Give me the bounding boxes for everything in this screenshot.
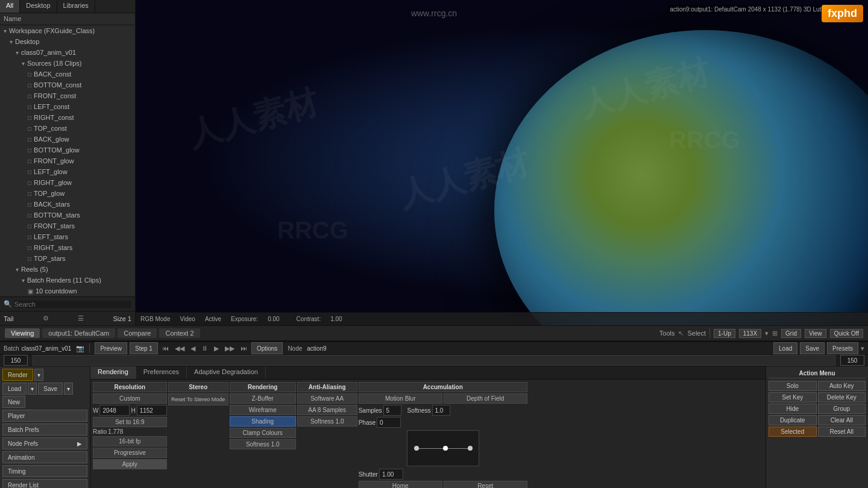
tree-item[interactable]: □TOP_stars — [0, 253, 135, 264]
tab-output[interactable]: output1: DefaultCam — [42, 328, 115, 338]
tree-item[interactable]: □LEFT_glow — [0, 166, 135, 177]
tab-desktop[interactable]: Desktop — [20, 0, 57, 13]
set-key-btn[interactable]: Set Key — [769, 392, 817, 402]
clear-all-btn[interactable]: Clear All — [818, 415, 866, 425]
tab-all[interactable]: All — [0, 0, 20, 13]
grid-label[interactable]: Grid — [781, 329, 801, 338]
render-dropdown-icon[interactable]: ▾ — [34, 369, 43, 381]
tree-item[interactable]: □BACK_const — [0, 69, 135, 80]
presets-btn[interactable]: Presets — [827, 342, 858, 354]
tree-item[interactable]: □LEFT_stars — [0, 231, 135, 242]
save-btn[interactable]: Save — [800, 342, 825, 354]
hide-btn[interactable]: Hide — [769, 404, 817, 414]
render-btn[interactable]: Render — [2, 369, 33, 381]
load-dropdown-icon[interactable]: ▾ — [28, 383, 37, 395]
bitdepth-btn[interactable]: 16-bit fp — [93, 436, 167, 446]
width-input[interactable] — [99, 405, 130, 416]
preview-btn[interactable]: Preview — [95, 342, 127, 354]
quickoff-label[interactable]: Quick Off — [830, 329, 864, 338]
tree-item[interactable]: □RIGHT_const — [0, 112, 135, 123]
tree-item[interactable]: □FRONT_const — [0, 90, 135, 101]
tab-preferences[interactable]: Preferences — [136, 366, 187, 379]
play-btn[interactable]: ⏸ — [200, 345, 210, 352]
group-btn[interactable]: Group — [818, 404, 866, 414]
softness-aa-btn[interactable]: Softness 1.0 — [297, 416, 357, 427]
softness-accum-input[interactable] — [432, 405, 450, 416]
search-input[interactable] — [14, 301, 131, 308]
motion-blur-btn[interactable]: Motion Blur — [359, 393, 442, 404]
tree-item[interactable]: □BOTTOM_stars — [0, 210, 135, 221]
depth-of-field-btn[interactable]: Depth of Field — [444, 393, 527, 404]
tree-item[interactable]: ▾class07_anim_v01 — [0, 47, 135, 58]
auto-key-btn[interactable]: Auto Key — [818, 381, 866, 391]
tree-item[interactable]: □FRONT_glow — [0, 155, 135, 166]
batch-prefs-btn[interactable]: Batch Prefs — [2, 424, 87, 436]
tree-item[interactable]: ▾Sources (18 Clips) — [0, 58, 135, 69]
play-end-btn[interactable]: ⏭ — [239, 345, 249, 352]
zbuffer-btn[interactable]: Z-Buffer — [230, 393, 296, 404]
presets-dropdown-icon[interactable]: ▾ — [861, 345, 864, 352]
clamp-btn[interactable]: Clamp Colours — [230, 428, 296, 438]
load-left-btn[interactable]: Load — [2, 383, 27, 395]
tree-item[interactable]: □TOP_const — [0, 123, 135, 134]
gear-icon[interactable]: ⚙ — [43, 314, 49, 322]
play-next-btn[interactable]: ▶ — [212, 345, 221, 352]
shading-btn[interactable]: Shading — [230, 416, 296, 427]
phase-input[interactable] — [377, 417, 401, 428]
tree-item[interactable]: □RIGHT_glow — [0, 177, 135, 188]
timeline-bar[interactable] — [33, 355, 835, 366]
height-input[interactable] — [137, 405, 167, 416]
player-btn[interactable]: Player — [2, 410, 87, 422]
tree-item[interactable]: ▾Workspace (FXGuide_Class) — [0, 25, 135, 36]
apply-btn[interactable]: Apply — [93, 459, 167, 469]
play-next-frame-btn[interactable]: ▶▶ — [223, 345, 236, 352]
animation-btn[interactable]: Animation — [2, 451, 87, 463]
wireframe-btn[interactable]: Wireframe — [230, 405, 296, 415]
tree-item[interactable]: □TOP_glow — [0, 188, 135, 199]
tree-item[interactable]: □FRONT_stars — [0, 221, 135, 231]
tree-item[interactable]: ▣10 countdown — [0, 286, 135, 296]
play-prev-btn[interactable]: ◀ — [189, 345, 197, 352]
scan-btn[interactable]: Progressive — [93, 448, 167, 458]
tab-compare[interactable]: Compare — [118, 328, 157, 338]
1up-label[interactable]: 1-Up — [714, 329, 735, 338]
play-begin-btn[interactable]: ⏮ — [160, 345, 171, 352]
tree-item[interactable]: ▾Desktop — [0, 36, 135, 47]
tab-libraries[interactable]: Libraries — [57, 0, 95, 13]
tree-item[interactable]: □RIGHT_stars — [0, 242, 135, 253]
tree-item[interactable]: □BACK_stars — [0, 199, 135, 210]
list-icon[interactable]: ☰ — [78, 314, 84, 322]
timing-btn[interactable]: Timing — [2, 465, 87, 477]
reset-accum-btn[interactable]: Reset — [444, 481, 527, 488]
render-list-btn[interactable]: Render List — [2, 479, 87, 488]
sidebar-search-bar[interactable]: 🔍 — [0, 296, 135, 311]
tree-item[interactable]: ▾Batch Renders (11 Clips) — [0, 275, 135, 286]
custom-btn[interactable]: Custom — [93, 393, 167, 404]
zoom-level[interactable]: 113X — [739, 329, 761, 338]
tab-adaptive-deg[interactable]: Adaptive Degradation — [187, 366, 266, 379]
step-btn[interactable]: Step 1 — [130, 342, 158, 354]
tab-context2[interactable]: Context 2 — [159, 328, 200, 338]
new-btn[interactable]: New — [2, 396, 25, 408]
software-aa-btn[interactable]: Software AA — [297, 393, 357, 404]
options-btn[interactable]: Options — [251, 342, 283, 354]
node-prefs-btn[interactable]: Node Prefs ▶ — [2, 437, 87, 449]
save-dropdown-icon[interactable]: ▾ — [64, 383, 73, 395]
reset-stereo-btn[interactable]: Reset To Stereo Mode — [168, 393, 228, 405]
duplicate-btn[interactable]: Duplicate — [769, 415, 817, 425]
tree-item[interactable]: ▾Reels (5) — [0, 264, 135, 275]
load-btn[interactable]: Load — [773, 342, 797, 354]
home-btn[interactable]: Home — [359, 481, 442, 488]
fit-icon[interactable]: ⊞ — [772, 330, 778, 337]
aa-samples-btn[interactable]: AA 8 Samples — [297, 405, 357, 415]
tab-viewing[interactable]: Viewing — [5, 328, 40, 338]
zoom-dropdown-icon[interactable]: ▾ — [765, 330, 769, 337]
tab-rendering[interactable]: Rendering — [90, 366, 136, 379]
softness-rendering-btn[interactable]: Softness 1.0 — [230, 439, 296, 449]
reset-all-btn[interactable]: Reset All — [818, 427, 866, 437]
set-to-169-btn[interactable]: Set to 16:9 — [93, 417, 167, 427]
tree-item[interactable]: □LEFT_const — [0, 101, 135, 112]
shutter-input[interactable] — [379, 469, 403, 480]
tree-item[interactable]: □BOTTOM_const — [0, 80, 135, 90]
save-left-btn[interactable]: Save — [38, 383, 63, 395]
